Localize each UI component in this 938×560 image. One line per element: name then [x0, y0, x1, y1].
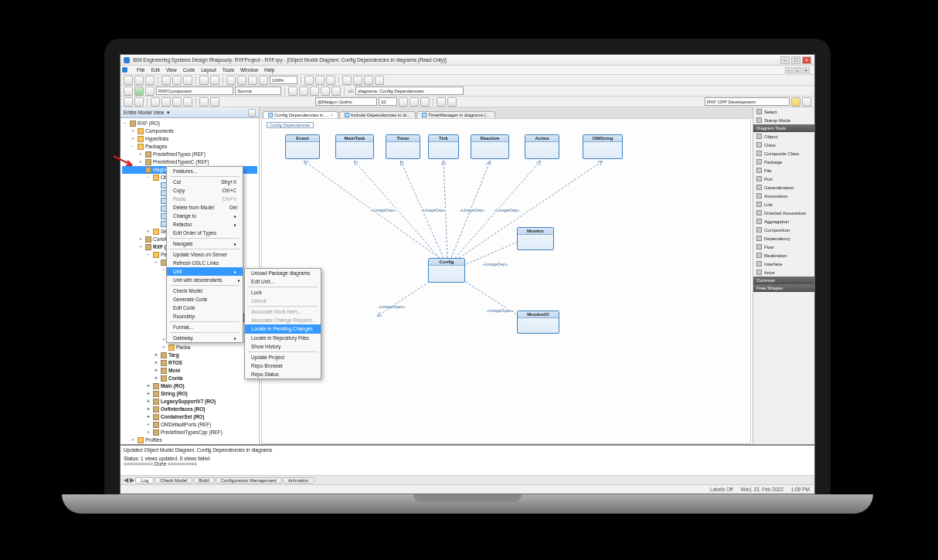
- tb-t1-icon[interactable]: [124, 97, 133, 107]
- tool-flow[interactable]: Flow: [753, 243, 814, 251]
- tool-directed[interactable]: Directed Association: [753, 209, 814, 217]
- ctx-unit[interactable]: Unit: [167, 267, 243, 276]
- tb-italic-icon[interactable]: [410, 97, 419, 107]
- component-combo[interactable]: RXFComponent: [156, 87, 233, 95]
- tool-actor[interactable]: Actor: [753, 268, 814, 277]
- tree-omdef[interactable]: OMDefaultPorts (REF): [161, 421, 211, 429]
- tb-undo-icon[interactable]: [199, 76, 209, 85]
- tree-rtos[interactable]: RTOS: [168, 359, 182, 367]
- ctx-editcode[interactable]: Edit Code: [167, 304, 243, 312]
- tool-dependency[interactable]: Dependency: [753, 234, 814, 243]
- tb-run-icon[interactable]: [342, 76, 352, 85]
- tb-zoomfull-icon[interactable]: [259, 76, 268, 85]
- tool-generalization[interactable]: Generalization: [753, 183, 814, 192]
- tab-config-deps[interactable]: Config Dependencies in ...×: [263, 111, 338, 118]
- doc-max-button[interactable]: □: [794, 67, 801, 73]
- tb-t5-icon[interactable]: [172, 97, 182, 107]
- ctx-repostatus[interactable]: Repo Status: [245, 370, 321, 378]
- context-menu-1[interactable]: Features... CutStrg+X CopyCtrl+C PasteCt…: [166, 166, 243, 343]
- ctx-editorder[interactable]: Edit Order of Types: [167, 229, 243, 237]
- tb-t7-icon[interactable]: [199, 97, 209, 107]
- menu-file[interactable]: File: [137, 67, 144, 73]
- tb-layout-icon[interactable]: [326, 76, 335, 85]
- tb-zoomin-icon[interactable]: [226, 76, 236, 85]
- tree-legacy[interactable]: LegacySupportV7 (RO): [161, 398, 216, 406]
- context-menu-2[interactable]: Unload Package diagrams Edit Unit... Loc…: [244, 268, 321, 379]
- ctx-unitdesc[interactable]: Unit with descendants: [167, 276, 243, 284]
- ctx-cut[interactable]: CutStrg+X: [167, 178, 243, 186]
- uml-config[interactable]: Config: [428, 258, 465, 283]
- fontsize-combo[interactable]: 10: [379, 97, 397, 106]
- tb-build-icon[interactable]: [124, 87, 133, 96]
- uml-timer[interactable]: Timer: [386, 134, 420, 159]
- tool-package[interactable]: Package: [753, 158, 814, 166]
- tree-predef[interactable]: PredefinedTypes (REF): [153, 151, 206, 158]
- ctx-format[interactable]: Format...: [167, 323, 243, 331]
- tool-link[interactable]: Link: [753, 200, 814, 209]
- ctx-updproj[interactable]: Update Project: [245, 353, 321, 361]
- tb-grid-icon[interactable]: [304, 76, 314, 85]
- tb-c-icon[interactable]: [310, 87, 319, 96]
- menu-view[interactable]: View: [166, 67, 177, 73]
- menu-tools[interactable]: Tools: [223, 67, 234, 73]
- menu-code[interactable]: Code: [183, 67, 195, 73]
- tb-fill-icon[interactable]: [447, 97, 457, 107]
- doc-close-button[interactable]: ×: [802, 67, 810, 73]
- tree-ovfint[interactable]: OvfInterfaces (RO): [161, 406, 205, 413]
- btab-cfgmgmt[interactable]: Configuration Management: [216, 477, 282, 484]
- tb-t3-icon[interactable]: [151, 97, 160, 107]
- tool-composite[interactable]: Composite Class: [753, 149, 814, 158]
- tb-b-icon[interactable]: [299, 87, 308, 96]
- tb-debug-icon[interactable]: [353, 76, 362, 85]
- tree-conta[interactable]: Conta: [168, 375, 182, 382]
- close-button[interactable]: ×: [802, 56, 811, 64]
- ctx-changeto[interactable]: Change to: [167, 212, 243, 220]
- uml-omstring[interactable]: OMString: [583, 134, 623, 159]
- maximize-button[interactable]: □: [791, 56, 800, 64]
- ctx-delmodel[interactable]: Delete from ModelDel: [167, 203, 243, 212]
- btab-anim[interactable]: Animation: [283, 477, 314, 484]
- ctx-copy[interactable]: CopyCtrl+C: [167, 186, 243, 195]
- btab-build[interactable]: Build: [193, 477, 214, 484]
- tree-string[interactable]: String (RO): [161, 390, 188, 398]
- uml-monitor[interactable]: Monitor: [517, 227, 554, 250]
- tb-under-icon[interactable]: [420, 97, 430, 107]
- ctx-checkmodel[interactable]: Check Model: [167, 287, 243, 295]
- close-icon[interactable]: ×: [330, 113, 333, 117]
- tool-port[interactable]: Port: [753, 175, 814, 183]
- source-combo[interactable]: Source: [235, 87, 281, 95]
- tree-profiles[interactable]: Profiles: [145, 436, 162, 444]
- tool-composition[interactable]: Composition: [753, 226, 814, 234]
- tool-interface[interactable]: Interface: [753, 260, 814, 268]
- tb-cut-icon[interactable]: [161, 76, 171, 85]
- profile-combo[interactable]: RXF CPP Development: [705, 97, 790, 106]
- ctx-lock[interactable]: Lock: [245, 288, 321, 297]
- browser-tool-icon[interactable]: [248, 109, 256, 117]
- ctx-refactor[interactable]: Refactor: [167, 220, 243, 229]
- tb-t6-icon[interactable]: [183, 97, 192, 107]
- tree-main[interactable]: Main (RO): [161, 382, 185, 390]
- tb-bold-icon[interactable]: [399, 97, 408, 107]
- tab-include-deps[interactable]: Include Dependencies in di...: [339, 111, 416, 118]
- ctx-history[interactable]: Show History: [245, 342, 321, 351]
- tb-home-icon[interactable]: [791, 97, 800, 107]
- ctx-navigate[interactable]: Navigate: [167, 239, 243, 248]
- minimize-button[interactable]: –: [780, 56, 790, 64]
- tb-a-icon[interactable]: [288, 87, 297, 96]
- tool-file[interactable]: File: [753, 166, 814, 175]
- doc-min-button[interactable]: –: [785, 67, 793, 73]
- uml-active[interactable]: Active: [525, 134, 559, 159]
- tb-align-icon[interactable]: [315, 76, 325, 85]
- font-combo[interactable]: @Malgun Gothic: [315, 97, 377, 106]
- tb-new-icon[interactable]: [124, 76, 133, 85]
- menu-help[interactable]: Help: [264, 67, 274, 73]
- btab-log[interactable]: Log: [135, 477, 154, 484]
- tb-copy-icon[interactable]: [172, 76, 182, 85]
- uml-reactive[interactable]: Reactive: [471, 134, 509, 159]
- diagram-canvas[interactable]: Config Dependencies Event MainTask: [261, 118, 751, 444]
- tree-hyperlinks[interactable]: Hyperlinks: [145, 135, 168, 143]
- uml-tick[interactable]: Tick: [428, 134, 459, 159]
- tool-realization[interactable]: Realization: [753, 251, 814, 260]
- ctx-locrepo[interactable]: Locate in Repository Files: [245, 334, 321, 342]
- tree-root[interactable]: RXF (RO): [138, 120, 160, 127]
